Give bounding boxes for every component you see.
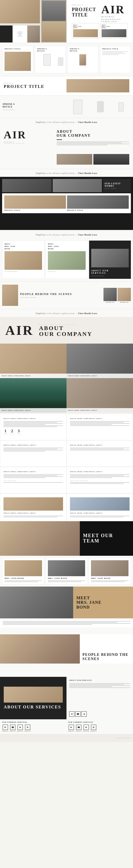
grid-img-4 bbox=[66, 378, 133, 413]
write-label-7: WRITE HERE SOMETHING ABOUT bbox=[3, 512, 63, 514]
team-text-1 bbox=[4, 581, 42, 582]
team-title: MEET OUR TEAM bbox=[83, 533, 130, 544]
grid-cell-4: WRITE HERE SOMETHING ABOUT bbox=[66, 378, 133, 413]
jane-img-fill bbox=[0, 587, 73, 618]
grid-img-2 bbox=[66, 344, 133, 378]
team-title-area: MEET OUR TEAM bbox=[80, 521, 133, 556]
write-cell-5: WRITE HERE SOMETHING ABOUT CLOW HERE HER… bbox=[0, 467, 66, 493]
phone-1 bbox=[73, 100, 82, 114]
psc-2-label: MEET MRS. JANE bbox=[117, 302, 131, 303]
bottom-cards: MEETMRS. JANEBOND MEETMRS. JANEBOND bbox=[72, 23, 128, 38]
write-here-additional: WRITE HERE SOMETHING bbox=[70, 480, 130, 484]
grid-overlay-3: WRITE HERE SOMETHING ABOUT bbox=[0, 408, 66, 413]
people-title-box: PEOPLE BEHIND THE SCENES bbox=[80, 634, 133, 663]
proj-img-1 bbox=[4, 195, 66, 209]
about-company-title: ABOUTOUR COMPANY bbox=[57, 130, 129, 138]
air-subtitle: POWERPOINT TEMPLATE bbox=[101, 18, 128, 23]
card-1-label: MEETMRS. JANEBOND bbox=[73, 24, 98, 28]
dark-img-2 bbox=[53, 179, 102, 192]
line-1 bbox=[102, 51, 129, 52]
project-title-section: PROJECT PROJECT TITLE bbox=[0, 76, 133, 95]
meet-jane-label-2: MEETMRS. JANEBOND bbox=[48, 243, 85, 250]
footer-label: graphicriver.net bbox=[116, 737, 130, 739]
hero-img-top bbox=[0, 0, 40, 23]
about-right: ABOUTOUR COMPANY bbox=[54, 130, 129, 165]
air-large: AIR bbox=[4, 130, 54, 140]
people-img-fill bbox=[0, 634, 80, 663]
large-about-right: Minimal Powerpoint Template ABOUTOUR COM… bbox=[39, 324, 92, 337]
slide-project: PROJECT TITLE bbox=[2, 46, 33, 73]
grid-cell-3: WRITE HERE SOMETHING ABOUT bbox=[0, 378, 66, 413]
card-2-img bbox=[102, 29, 126, 37]
clow-label: CLOW HERE HERE bbox=[3, 480, 63, 482]
common-services-block-1: OUR COMMON SERVICES ✉ SERVICE ☎ SERVICE … bbox=[2, 721, 65, 732]
ci-7-icon: ★ bbox=[83, 724, 89, 730]
large-about-section: AIR Minimal Powerpoint Template ABOUTOUR… bbox=[0, 317, 133, 413]
grid-overlay-2: WRITE HERE SOMETHING ABOUT bbox=[66, 374, 133, 378]
write-cell-4: WRITE HERE SOMETHING ABOUT bbox=[66, 440, 133, 467]
slide-lines bbox=[102, 51, 129, 71]
grid-write-2: WRITE HERE SOMETHING ABOUT bbox=[68, 375, 131, 376]
team-text-3 bbox=[91, 581, 129, 582]
write-grid-1: WRITE HERE SOMETHING ABOUT 1 YEAR 2 YEAR… bbox=[0, 414, 133, 440]
write-label-6: WRITE HERE SOMETHING ABOUT bbox=[70, 471, 130, 473]
card-2: MEETMRS. JANEBOND bbox=[100, 23, 128, 38]
write-grid-4: WRITE HERE SOMETHING ABOUT WRITE HERE SO… bbox=[0, 493, 133, 521]
quote-strip-1: Simplicity is the ultimate sophisticatio… bbox=[0, 118, 133, 126]
air-logo: AIR bbox=[101, 4, 128, 15]
line-2 bbox=[102, 52, 124, 53]
team-card-3: MRS. JANE BOND bbox=[88, 558, 131, 584]
project-title-area: PROJECT PROJECT TITLE bbox=[72, 4, 101, 18]
about-img-2 bbox=[94, 154, 129, 165]
jane-bio bbox=[0, 618, 133, 627]
dark-row-1: OUR LATEST WORKS Write here something bbox=[2, 179, 131, 192]
meet-jane-card-2: MEETMRS. JANEBOND DU BIST TOLLE bbox=[46, 241, 88, 279]
about-img-1 bbox=[57, 154, 92, 165]
proj-label-1: PROJECT TITLE bbox=[4, 210, 66, 211]
ci-4-icon: ⚙ bbox=[25, 724, 30, 730]
write-label-5: WRITE HERE SOMETHING ABOUT bbox=[3, 471, 63, 473]
team-text-2 bbox=[48, 581, 85, 582]
slide-iphone-1: IPHONE 6DEVICE bbox=[35, 46, 66, 73]
meet-jane-img bbox=[4, 251, 42, 270]
air-tagline: MINIMAL bbox=[101, 16, 128, 18]
quote-4: Simplicity is the ultimate sophisticatio… bbox=[36, 312, 97, 315]
write-label-3: WRITE HERE SOMETHING ABOUT bbox=[3, 444, 63, 446]
proj-img-2 bbox=[67, 195, 129, 209]
jane-header: MEETMRS. JANEBOND bbox=[0, 587, 133, 618]
ci-8-icon: ⚙ bbox=[91, 724, 96, 730]
team-img-left bbox=[0, 521, 80, 556]
card-1-img bbox=[73, 29, 98, 37]
ci-8: ⚙ SERVICE bbox=[90, 724, 97, 732]
write-add-label: WRITE HERE SOMETHING bbox=[70, 480, 130, 482]
hero-img-side bbox=[41, 0, 66, 42]
write-grid-3: WRITE HERE SOMETHING ABOUT CLOW HERE HER… bbox=[0, 467, 133, 493]
people-header: PEOPLE BEHIND THE SCENES bbox=[0, 634, 133, 663]
services-right-title: ABOUT OUR SERVICES bbox=[69, 680, 130, 681]
project-main-title: PROJECT TITLE bbox=[4, 84, 66, 89]
slide-project-title: PROJECT TITLE bbox=[4, 48, 31, 50]
write-cell-3: WRITE HERE SOMETHING ABOUT bbox=[0, 440, 66, 467]
people-img-area bbox=[0, 634, 80, 663]
iphone-desc: Write here something bbox=[3, 109, 66, 111]
clow-here-label: CLOW HERE HERE bbox=[3, 480, 63, 483]
slide-project-2: PROJECT TITLE bbox=[100, 46, 131, 73]
project-title-block: PROJECT PROJECT TITLE bbox=[4, 83, 66, 89]
ci-3-icon: ★ bbox=[18, 724, 23, 730]
write-cell-8: WRITE HERE SOMETHING ABOUT bbox=[66, 493, 133, 521]
ci-7: ★ SERVICE bbox=[83, 724, 89, 732]
dark-latest-box: OUR LATEST WORKS Write here something bbox=[103, 179, 131, 192]
jane-img bbox=[0, 587, 73, 618]
people-strip-text: PEOPLE BEHIND THE SCENES WRITE HERE SOME… bbox=[20, 292, 101, 298]
tl-3 bbox=[57, 144, 129, 144]
team-card-img-2 bbox=[48, 560, 85, 576]
team-card-name-3: MRS. JANE BOND bbox=[91, 577, 129, 579]
team-cards: MRS. JANE BOND MRS. JANE BOND MRS. JANE … bbox=[0, 556, 133, 587]
team-card-img-3 bbox=[91, 560, 129, 576]
team-card-2: MRS. JANE BOND bbox=[46, 558, 88, 584]
phone-small bbox=[58, 57, 63, 66]
hero-img-fill bbox=[0, 0, 40, 23]
tl-1 bbox=[57, 142, 129, 142]
write-label-4: WRITE HERE SOMETHING ABOUT bbox=[70, 444, 130, 446]
about-text-lines bbox=[57, 142, 129, 145]
